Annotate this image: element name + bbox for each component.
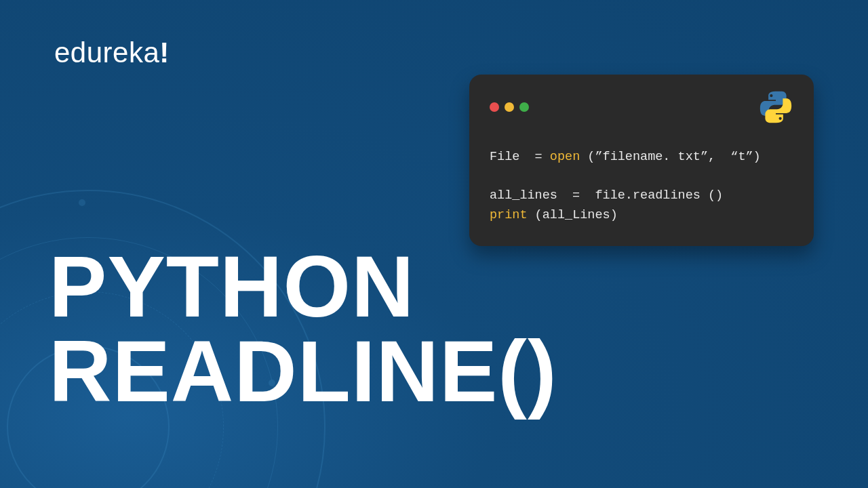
code-text: all_lines = file.readlines (): [490, 188, 723, 203]
brand-bang: !: [159, 37, 170, 68]
code-block: File = open (”filename. txt”, “t”) all_l…: [490, 148, 793, 226]
code-text: (all_Lines): [528, 208, 618, 222]
code-text: (”filename. txt”, “t”): [580, 150, 760, 164]
python-logo-icon: [758, 89, 793, 125]
headline-line1: PYTHON: [49, 244, 557, 329]
code-window-titlebar: [490, 89, 793, 125]
code-text: File =: [490, 150, 550, 164]
maximize-icon: [519, 102, 529, 112]
minimize-icon: [505, 102, 514, 112]
headline-word: READLINE: [49, 323, 498, 420]
code-window: File = open (”filename. txt”, “t”) all_l…: [469, 75, 814, 246]
headline-line2: READLINE(): [49, 329, 557, 413]
code-keyword-open: open: [550, 150, 580, 164]
paren-open-icon: (: [498, 329, 528, 413]
code-keyword-print: print: [490, 208, 528, 222]
brand-logo: edureka!: [54, 37, 170, 69]
paren-close-icon: ): [528, 329, 557, 413]
traffic-light-dots: [490, 102, 529, 112]
close-icon: [490, 102, 499, 112]
headline: PYTHON READLINE(): [49, 244, 557, 414]
brand-name: edureka: [54, 37, 159, 68]
